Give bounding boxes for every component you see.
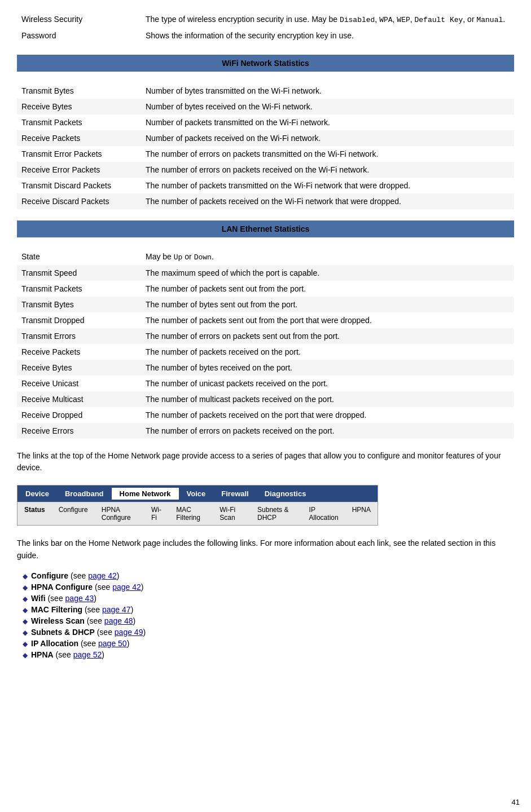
nav-sub-subnets-dhcp[interactable]: Subnets & DHCP (251, 504, 302, 523)
nav-item-home-network[interactable]: Home Network (112, 488, 179, 500)
lan-row-label: Transmit Packets (17, 281, 141, 297)
wifi-row-desc: The number of packets transmitted on the… (141, 178, 514, 193)
wifi-section-header: WiFi Network Statistics (17, 55, 514, 72)
lan-row-label: Transmit Errors (17, 328, 141, 344)
bullet-text: IP Allocation (see page 50) (31, 639, 129, 648)
nav-sub-hpna-configure[interactable]: HPNA Configure (95, 504, 144, 523)
lan-section-header: LAN Ethernet Statistics (17, 220, 514, 237)
bullet-diamond: ◆ (23, 629, 28, 637)
nav-sub-wifi[interactable]: Wi-Fi (144, 504, 169, 523)
lan-row: Receive Unicast The number of unicast pa… (17, 376, 514, 391)
lan-row: State May be Up or Down. (17, 249, 514, 265)
wireless-security-desc: The type of wireless encryption security… (141, 11, 514, 28)
lan-data-table: State May be Up or Down. Transmit Speed … (17, 249, 514, 439)
nav-sub-status[interactable]: Status (17, 504, 52, 523)
bullet-list: ◆ Configure (see page 42) ◆ HPNA Configu… (23, 571, 514, 659)
lan-row-desc: The number of multicast packets received… (141, 391, 514, 407)
lan-row-label: Receive Errors (17, 423, 141, 439)
bullet-item: ◆ Configure (see page 42) (23, 571, 514, 580)
wifi-row-label: Transmit Packets (17, 114, 141, 130)
bullet-link[interactable]: page 47 (102, 605, 131, 614)
intro-paragraph: The links at the top of the Home Network… (17, 450, 514, 474)
nav-item-device[interactable]: Device (17, 488, 57, 500)
wifi-row-desc: The number of packets received on the Wi… (141, 193, 514, 209)
wifi-row: Transmit Discard Packets The number of p… (17, 178, 514, 193)
lan-row-desc: May be Up or Down. (141, 249, 514, 265)
nav-sub-ip-allocation[interactable]: IP Allocation (302, 504, 345, 523)
lan-stats-table: LAN Ethernet Statistics (17, 220, 514, 237)
nav-item-diagnostics[interactable]: Diagnostics (257, 488, 314, 500)
bullet-item: ◆ Subnets & DHCP (see page 49) (23, 628, 514, 637)
wifi-stats-table: WiFi Network Statistics (17, 55, 514, 72)
bullet-bold: Wireless Scan (31, 616, 85, 625)
bullet-item: ◆ HPNA (see page 52) (23, 650, 514, 659)
nav-item-broadband[interactable]: Broadband (57, 488, 112, 500)
lan-row-label: Receive Unicast (17, 376, 141, 391)
bullet-text: Wifi (see page 43) (31, 594, 96, 603)
nav-item-voice[interactable]: Voice (179, 488, 214, 500)
bullet-bold: Wifi (31, 594, 46, 603)
lan-row: Receive Packets The number of packets re… (17, 344, 514, 360)
lan-row: Transmit Errors The number of errors on … (17, 328, 514, 344)
bullet-bold: HPNA Configure (31, 582, 93, 592)
bullet-link[interactable]: page 42 (112, 582, 141, 592)
bullet-diamond: ◆ (23, 606, 28, 614)
bullet-diamond: ◆ (23, 617, 28, 625)
lan-row: Receive Bytes The number of bytes receiv… (17, 360, 514, 376)
bullet-bold: HPNA (31, 650, 54, 659)
nav-sub-wifi-scan[interactable]: Wi-Fi Scan (213, 504, 251, 523)
lan-row-label: Receive Dropped (17, 407, 141, 423)
bullet-link[interactable]: page 49 (115, 628, 143, 637)
nav-sub-bar: Status Configure HPNA Configure Wi-Fi MA… (17, 502, 378, 525)
lan-row-desc: The number of errors on packets sent out… (141, 328, 514, 344)
lan-row-label: Receive Bytes (17, 360, 141, 376)
lan-row-label: Transmit Dropped (17, 312, 141, 328)
wifi-row-label: Transmit Discard Packets (17, 178, 141, 193)
page-number: 41 (512, 798, 520, 806)
lan-row-desc: The number of bytes sent out from the po… (141, 297, 514, 312)
wifi-row-desc: Number of packets transmitted on the Wi-… (141, 114, 514, 130)
password-label: Password (17, 28, 141, 43)
lan-row: Receive Errors The number of errors on p… (17, 423, 514, 439)
bullet-link[interactable]: page 50 (98, 639, 127, 648)
nav-sub-configure[interactable]: Configure (52, 504, 95, 523)
wifi-row-label: Transmit Bytes (17, 83, 141, 99)
bullet-link[interactable]: page 48 (104, 616, 133, 625)
bullet-diamond: ◆ (23, 572, 28, 580)
lan-row-desc: The number of packets sent out from the … (141, 281, 514, 297)
lan-row-label: Transmit Speed (17, 265, 141, 281)
lan-row: Transmit Bytes The number of bytes sent … (17, 297, 514, 312)
wireless-security-label: Wireless Security (17, 11, 141, 28)
bullet-bold: Subnets & DHCP (31, 628, 95, 637)
bullet-text: MAC Filtering (see page 47) (31, 605, 133, 614)
lan-row: Receive Multicast The number of multicas… (17, 391, 514, 407)
wifi-row-desc: Number of packets received on the Wi-Fi … (141, 130, 514, 146)
lan-row-desc: The number of unicast packets received o… (141, 376, 514, 391)
wifi-header-text: WiFi Network Statistics (17, 55, 514, 72)
lan-row: Transmit Speed The maximum speed of whic… (17, 265, 514, 281)
top-table: Wireless Security The type of wireless e… (17, 11, 514, 43)
wifi-row-label: Receive Error Packets (17, 162, 141, 178)
links-paragraph: The links bar on the Home Network page i… (17, 537, 514, 562)
wifi-row: Transmit Packets Number of packets trans… (17, 114, 514, 130)
bullet-text: HPNA Configure (see page 42) (31, 582, 143, 592)
nav-sub-hpna[interactable]: HPNA (345, 504, 378, 523)
bullet-diamond: ◆ (23, 595, 28, 603)
wifi-data-table: Transmit Bytes Number of bytes transmitt… (17, 83, 514, 209)
bullet-link[interactable]: page 42 (88, 571, 117, 580)
bullet-link[interactable]: page 43 (65, 594, 94, 603)
lan-row-desc: The number of packets received on the po… (141, 407, 514, 423)
wifi-row-desc: Number of bytes received on the Wi-Fi ne… (141, 99, 514, 114)
wifi-row-desc: The number of errors on packets transmit… (141, 146, 514, 162)
bullet-item: ◆ IP Allocation (see page 50) (23, 639, 514, 648)
bullet-diamond: ◆ (23, 640, 28, 648)
bullet-item: ◆ Wifi (see page 43) (23, 594, 514, 603)
nav-item-firewall[interactable]: Firewall (213, 488, 256, 500)
bullet-item: ◆ HPNA Configure (see page 42) (23, 582, 514, 592)
bullet-link[interactable]: page 52 (73, 650, 102, 659)
bullet-text: Wireless Scan (see page 48) (31, 616, 135, 625)
lan-row: Receive Dropped The number of packets re… (17, 407, 514, 423)
password-row: Password Shows the information of the se… (17, 28, 514, 43)
bullet-item: ◆ MAC Filtering (see page 47) (23, 605, 514, 614)
nav-sub-mac-filtering[interactable]: MAC Filtering (169, 504, 213, 523)
